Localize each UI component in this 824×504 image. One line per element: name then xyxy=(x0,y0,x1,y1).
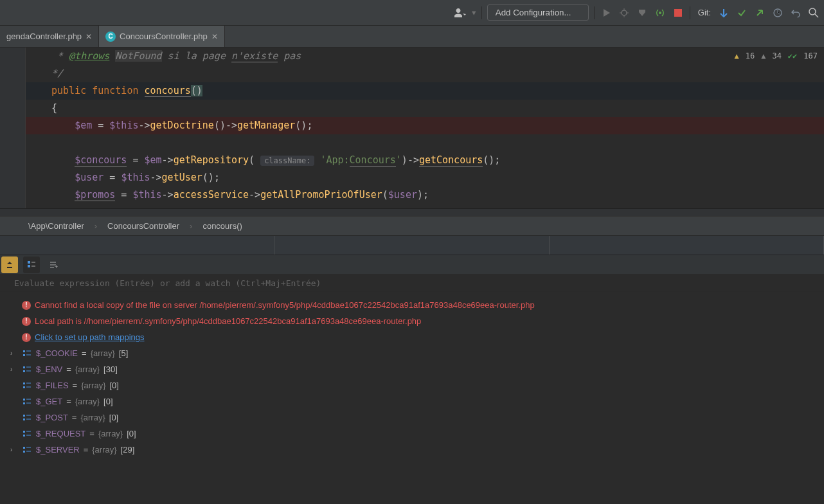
warning-count: 34 xyxy=(772,51,781,60)
tab-label: gendaController.php xyxy=(6,32,82,41)
variable-count: [29] xyxy=(121,445,135,455)
svg-rect-39 xyxy=(23,435,25,437)
chevron-right-icon: › xyxy=(94,221,97,231)
path-mappings-link[interactable]: Click to set up path mappings xyxy=(35,332,145,342)
error-text: Cannot find a local copy of the file on … xyxy=(35,300,535,310)
php-file-icon: C xyxy=(105,32,116,42)
history-icon[interactable] xyxy=(771,6,784,19)
code-line-breakpoint: $em = $this->getDoctrine()->getManager()… xyxy=(26,117,824,134)
horizontal-scrollbar[interactable] xyxy=(0,208,824,216)
frame-cell[interactable] xyxy=(274,236,549,255)
debug-link[interactable]: ! Click to set up path mappings xyxy=(0,329,824,345)
breadcrumb-item[interactable]: ConcoursController xyxy=(107,221,179,231)
coverage-icon[interactable] xyxy=(636,6,649,19)
git-commit-icon[interactable] xyxy=(735,6,748,19)
git-label: Git: xyxy=(698,8,711,17)
svg-rect-30 xyxy=(23,399,25,401)
array-icon xyxy=(22,381,32,391)
warning-icon: ▲ xyxy=(734,51,739,60)
variable-row[interactable]: $_GET = {array} [0] xyxy=(0,393,824,410)
array-icon xyxy=(22,397,32,407)
error-icon: ! xyxy=(22,301,31,310)
user-icon[interactable] xyxy=(454,6,467,19)
code-line: public function concours() xyxy=(26,82,824,100)
step-out-icon[interactable] xyxy=(1,256,18,273)
variable-name: $_ENV xyxy=(36,364,62,374)
code-line: $user = $this->getUser(); xyxy=(26,169,824,186)
close-icon[interactable]: ✕ xyxy=(211,32,218,41)
expand-arrow-icon[interactable]: › xyxy=(10,366,18,373)
variables-panel: ! Cannot find a local copy of the file o… xyxy=(0,292,824,473)
expand-arrow-icon[interactable]: › xyxy=(10,446,18,453)
svg-point-0 xyxy=(622,10,627,15)
svg-rect-26 xyxy=(23,382,25,384)
search-icon[interactable] xyxy=(807,6,820,19)
variable-type: {array} xyxy=(75,397,100,406)
weak-warning-icon: ▲ xyxy=(761,51,766,60)
code-editor[interactable]: ▲16 ▲34 ✔✔167 * @throws NotFound si la p… xyxy=(0,48,824,208)
svg-rect-19 xyxy=(23,354,25,356)
breadcrumb-item[interactable]: concours() xyxy=(202,221,242,231)
git-push-icon[interactable] xyxy=(753,6,766,19)
error-icon: ! xyxy=(22,333,31,342)
variable-type: {array} xyxy=(80,413,105,422)
code-line: { xyxy=(26,100,824,117)
editor-gutter xyxy=(0,48,26,208)
debug-icon[interactable] xyxy=(618,6,631,19)
rollback-icon[interactable] xyxy=(789,6,802,19)
svg-rect-18 xyxy=(23,350,25,352)
inspection-widget[interactable]: ▲16 ▲34 ✔✔167 xyxy=(734,51,818,60)
variable-type: {array} xyxy=(91,348,115,358)
variable-name: $_GET xyxy=(36,397,62,406)
code-line xyxy=(26,134,824,152)
svg-rect-11 xyxy=(28,265,30,267)
listen-icon[interactable] xyxy=(654,6,667,19)
svg-rect-22 xyxy=(23,366,25,368)
git-pull-icon[interactable] xyxy=(717,6,730,19)
array-icon xyxy=(22,348,32,359)
variables-view-icon[interactable] xyxy=(23,256,40,273)
main-toolbar: ▾ Add Configuration... Git: xyxy=(0,0,824,26)
variable-count: [0] xyxy=(127,429,136,438)
add-watch-icon[interactable]: + xyxy=(45,256,62,273)
tab-concourscontroller[interactable]: C ConcoursController.php ✕ xyxy=(99,26,225,47)
expand-arrow-icon[interactable]: › xyxy=(10,350,18,357)
equals: = xyxy=(66,397,71,406)
variable-row[interactable]: ›$_ENV = {array} [30] xyxy=(0,361,824,377)
evaluate-input[interactable]: Evaluate expression (Entrée) or add a wa… xyxy=(0,274,824,292)
frame-cell[interactable] xyxy=(0,236,274,255)
debug-frames-strip[interactable] xyxy=(0,235,824,255)
variable-row[interactable]: ›$_SERVER = {array} [29] xyxy=(0,442,824,458)
variable-name: $_FILES xyxy=(36,381,69,390)
debug-message: ! Local path is //home/pierrem/.symfony5… xyxy=(0,313,824,329)
run-icon[interactable] xyxy=(600,6,613,19)
close-icon[interactable]: ✕ xyxy=(85,32,92,41)
svg-rect-34 xyxy=(23,415,25,417)
svg-rect-6 xyxy=(674,9,682,17)
variable-row[interactable]: $_REQUEST = {array} [0] xyxy=(0,426,824,442)
breadcrumb-item[interactable]: \App\Controller xyxy=(28,221,84,231)
run-config-button[interactable]: Add Configuration... xyxy=(487,4,589,21)
array-icon xyxy=(22,364,32,375)
svg-rect-35 xyxy=(23,419,25,420)
editor-tabs: gendaController.php ✕ C ConcoursControll… xyxy=(0,26,824,48)
variable-type: {array} xyxy=(98,429,123,438)
variable-row[interactable]: ›$_COOKIE = {array} [5] xyxy=(0,345,824,361)
variable-row[interactable]: $_FILES = {array} [0] xyxy=(0,377,824,393)
code-line: * @throws NotFound si la page n'existe p… xyxy=(26,48,824,65)
variable-name: $_REQUEST xyxy=(36,429,85,438)
equals: = xyxy=(89,429,94,438)
stop-icon[interactable] xyxy=(672,6,685,19)
frame-cell[interactable] xyxy=(550,236,824,255)
tab-agendacontroller[interactable]: gendaController.php ✕ xyxy=(0,26,99,47)
equals: = xyxy=(72,413,77,422)
error-text: Local path is //home/pierrem/.symfony5/p… xyxy=(35,316,421,326)
variable-row[interactable]: $_POST = {array} [0] xyxy=(0,410,824,426)
array-icon xyxy=(22,413,32,423)
code-line: */ xyxy=(26,65,824,82)
variable-count: [0] xyxy=(109,413,118,422)
code-line: $promos = $this->accessService->getAllPr… xyxy=(26,186,824,204)
variable-count: [0] xyxy=(110,381,119,390)
pass-count: 167 xyxy=(803,51,818,60)
error-icon: ! xyxy=(22,317,31,326)
